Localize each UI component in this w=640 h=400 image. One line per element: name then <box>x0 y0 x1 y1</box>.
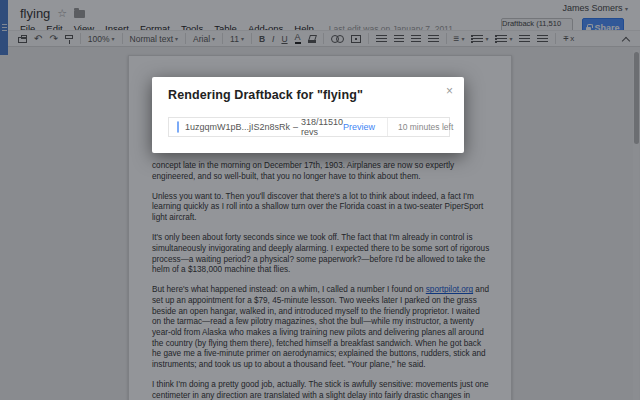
modal-overlay[interactable] <box>0 0 640 400</box>
draftback-rendering-dialog: Rendering Draftback for "flying" × 1uzgq… <box>152 77 464 153</box>
preview-link[interactable]: Preview <box>343 122 375 132</box>
render-job-row: 1uzgqmW1pB...jIS2n8sRk – 318/11510 revs … <box>168 117 450 137</box>
job-progress: 318/11510 revs <box>301 117 343 137</box>
time-remaining: 10 minutes left <box>387 118 461 136</box>
job-doc-id: 1uzgqmW1pB...jIS2n8sRk <box>185 122 290 132</box>
separator: – <box>293 122 298 132</box>
document-file-icon <box>177 121 179 133</box>
google-docs-window: flying ☆ File Edit View Insert Format To… <box>0 0 640 400</box>
close-icon[interactable]: × <box>446 85 453 97</box>
dialog-title: Rendering Draftback for "flying" <box>168 88 450 102</box>
